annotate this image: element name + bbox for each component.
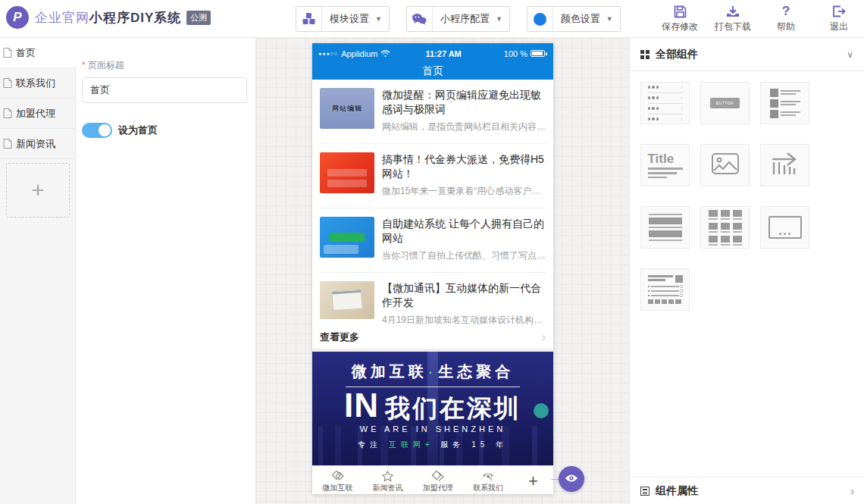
download-button[interactable]: 打包下载 xyxy=(712,4,753,33)
chevron-down-icon: ▼ xyxy=(606,15,620,23)
set-home-toggle[interactable] xyxy=(82,123,112,138)
color-circle-icon xyxy=(527,7,553,31)
news-title: 自助建站系统 让每个人拥有自己的网站 xyxy=(382,217,546,246)
chevron-down-icon: ▼ xyxy=(375,15,389,23)
component-tile-rows[interactable] xyxy=(640,206,690,249)
component-properties-bar[interactable]: 组件属性 › xyxy=(630,477,864,504)
tags-icon xyxy=(431,471,445,482)
sidebar-item-home[interactable]: 首页 xyxy=(0,38,77,68)
news-desc: 4月19日新加坡知名互动媒体设计机构Pinh... xyxy=(382,314,546,327)
toolbar: 模块设置 ▼ 小程序配置 ▼ 颜色设置 ▼ xyxy=(296,6,621,32)
battery-indicator: 100 % xyxy=(504,49,547,58)
tab-weijia[interactable]: 微加互联 xyxy=(312,468,362,493)
component-tile-image-text-list[interactable] xyxy=(760,82,809,124)
component-tile-marquee[interactable] xyxy=(760,144,809,186)
news-list-module: 网站编辑 微加提醒：网页编辑应避免出现敏感词与极限词 网站编辑，是指负责网站栏目… xyxy=(312,80,553,349)
tab-label: 微加互联 xyxy=(322,483,352,493)
tab-agent[interactable]: 加盟代理 xyxy=(413,468,463,493)
tab-label: 加盟代理 xyxy=(423,483,453,493)
battery-percent: 100 % xyxy=(504,49,527,58)
color-settings-dropdown[interactable]: 颜色设置 ▼ xyxy=(527,6,621,32)
save-button[interactable]: 保存修改 xyxy=(659,4,700,33)
component-tile-image[interactable] xyxy=(700,144,750,186)
exit-icon xyxy=(832,4,846,19)
save-label: 保存修改 xyxy=(662,20,698,33)
toggle-knob xyxy=(99,124,111,136)
phone-icon xyxy=(481,471,495,482)
wechat-icon xyxy=(407,7,433,31)
component-tiles: › › › › BUTTON Title xyxy=(630,71,864,330)
set-home-row: 设为首页 xyxy=(82,123,158,138)
chevron-right-icon: › xyxy=(850,485,854,497)
component-tile-grid-nav[interactable] xyxy=(700,206,750,249)
components-header[interactable]: 全部组件 ∨ xyxy=(630,38,864,71)
preview-button[interactable] xyxy=(559,466,584,492)
sidebar-item-label: 加盟代理 xyxy=(16,107,55,121)
save-icon xyxy=(674,4,687,19)
module-settings-dropdown[interactable]: 模块设置 ▼ xyxy=(296,6,390,32)
news-desc: 当你习惯了自拍上传优酷、习惯了写点小... xyxy=(382,249,546,262)
tab-news[interactable]: 新闻资讯 xyxy=(362,468,412,493)
page-title-input[interactable] xyxy=(82,77,247,103)
component-tile-carousel[interactable] xyxy=(760,206,809,249)
component-tile-menu-list[interactable]: › › › › xyxy=(640,82,690,124)
page-title-label: *页面标题 xyxy=(82,59,124,72)
news-item[interactable]: 【微加通讯】互动媒体的新一代合作开发 4月19日新加坡知名互动媒体设计机构Pin… xyxy=(312,273,553,326)
sidebar-item-agent[interactable]: 加盟代理 xyxy=(0,99,75,129)
add-page-button[interactable]: + xyxy=(6,163,70,218)
grid-nav-icon xyxy=(709,210,742,246)
sidebar-item-contact[interactable]: 联系我们 xyxy=(0,68,75,99)
news-desc: 网站编辑，是指负责网站栏目相关内容的... xyxy=(382,121,546,133)
banner-cn-text: 我们在深圳 xyxy=(385,392,521,426)
eye-icon xyxy=(565,472,578,486)
component-tile-title-text[interactable]: Title xyxy=(640,144,690,186)
properties-icon xyxy=(640,487,650,496)
preview-connector xyxy=(551,479,559,480)
exit-button[interactable]: 退出 xyxy=(819,4,859,33)
brand: P 企业官网 小程序DIY系统 公测 xyxy=(6,6,211,29)
component-tile-button[interactable]: BUTTON xyxy=(700,82,750,124)
news-item[interactable]: 网站编辑 微加提醒：网页编辑应避免出现敏感词与极限词 网站编辑，是指负责网站栏目… xyxy=(312,80,553,144)
download-icon xyxy=(726,4,740,19)
news-item[interactable]: 自助建站系统 让每个人拥有自己的网站 当你习惯了自拍上传优酷、习惯了写点小... xyxy=(312,208,553,273)
tab-label: 联系我们 xyxy=(473,483,503,493)
color-settings-label: 颜色设置 xyxy=(553,12,606,26)
page-settings-panel: *页面标题 设为首页 xyxy=(76,38,256,504)
signal-icon: ●●●○○ xyxy=(318,51,338,56)
sidebar-item-label: 首页 xyxy=(16,46,36,60)
view-more-link[interactable]: 查看更多 › xyxy=(312,326,553,349)
miniprogram-config-label: 小程序配置 xyxy=(433,12,496,26)
image-icon xyxy=(711,152,740,178)
news-desc: 微加15年来一直秉承着“用心感动客户！”的... xyxy=(382,185,546,198)
article-list-icon xyxy=(648,275,683,304)
components-title: 全部组件 xyxy=(656,48,698,61)
star-icon xyxy=(381,471,394,482)
chevron-down-icon: ∨ xyxy=(847,49,853,60)
rows-icon xyxy=(649,211,682,243)
header-actions: 保存修改 打包下载 ? 帮助 退出 xyxy=(659,4,859,33)
component-tile-article-list[interactable] xyxy=(640,268,690,311)
green-dot-icon: · xyxy=(429,366,437,379)
app-title-bold: 小程序DIY系统 xyxy=(89,9,181,27)
phone-nav-title: 首页 xyxy=(312,64,553,80)
news-item[interactable]: 搞事情！代金券大派送，免费得H5网站！ 微加15年来一直秉承着“用心感动客户！”… xyxy=(312,144,553,208)
tab-add-button[interactable]: + xyxy=(513,471,553,491)
help-button[interactable]: ? 帮助 xyxy=(765,4,806,33)
news-title: 微加提醒：网页编辑应避免出现敏感词与极限词 xyxy=(382,88,546,117)
app-root: P 企业官网 小程序DIY系统 公测 模块设置 ▼ 小程序配置 ▼ xyxy=(0,0,864,504)
bars-arrow-icon xyxy=(771,152,800,179)
sidebar-item-label: 新闻资讯 xyxy=(16,137,55,151)
pages-sidebar: 首页 联系我们 加盟代理 新闻资讯 + xyxy=(0,38,76,504)
plus-icon: + xyxy=(528,471,538,490)
sidebar-item-news[interactable]: 新闻资讯 xyxy=(0,129,75,159)
cubes-icon xyxy=(296,7,322,31)
app-logo-icon: P xyxy=(6,6,29,29)
banner-module[interactable]: 微加互联·生态聚合 IN 我们在深圳 WE ARE IN SHENZHEN 专注… xyxy=(312,352,553,465)
diamonds-icon xyxy=(330,471,345,482)
tab-contact[interactable]: 联系我们 xyxy=(463,468,513,493)
banner-in-text: IN xyxy=(344,389,379,422)
page-icon xyxy=(3,78,12,88)
news-title: 搞事情！代金券大派送，免费得H5网站！ xyxy=(382,152,546,181)
miniprogram-config-dropdown[interactable]: 小程序配置 ▼ xyxy=(406,6,510,32)
title-text-icon: Title xyxy=(648,152,683,178)
